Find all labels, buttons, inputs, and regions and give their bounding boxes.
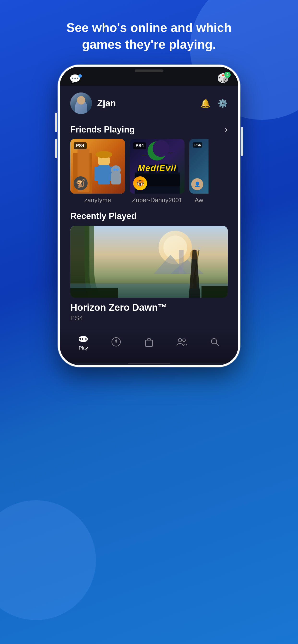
svg-point-46 [86, 338, 87, 340]
username: Zjan [97, 98, 200, 108]
ps4-badge-partial: PS4 [193, 142, 202, 148]
svg-point-11 [113, 168, 116, 171]
badge-count: 4 [224, 72, 231, 78]
svg-point-51 [178, 338, 182, 342]
play-icon [78, 334, 88, 344]
svg-point-45 [85, 339, 86, 340]
nav-item-explore[interactable] [106, 337, 126, 348]
friends-playing-arrow[interactable]: › [225, 124, 228, 135]
list-item[interactable]: PS4 🐒 zanytyme [70, 139, 125, 204]
list-item[interactable]: PS4 👤 Aw [189, 139, 209, 204]
search-icon [210, 337, 220, 348]
svg-point-43 [85, 338, 86, 339]
nav-item-search[interactable] [205, 337, 224, 348]
svg-marker-48 [115, 339, 117, 341]
hero-text: See who's online and which games they're… [41, 0, 257, 65]
status-bar: 💬 🎲 4 [60, 66, 238, 86]
list-item[interactable]: MediEvil PS4 🐯 Zuper-Danny2001 [130, 139, 185, 204]
game-info: Horizon Zero Dawn™ PS4 [70, 298, 228, 324]
ps4-badge: PS4 [74, 142, 87, 149]
recently-played-title: Recently Played [70, 211, 228, 221]
explore-icon [111, 337, 121, 348]
svg-rect-6 [94, 166, 99, 181]
avatar[interactable] [70, 92, 92, 114]
friend-name-zanytyme: zanytyme [84, 194, 111, 204]
friends-playing-section: Friends Playing › [60, 119, 238, 206]
profile-header: Zjan 🔔 ⚙️ [60, 86, 238, 119]
recently-played-section: Recently Played [60, 206, 238, 329]
svg-rect-50 [145, 340, 153, 346]
nav-item-play[interactable]: Play [74, 334, 93, 351]
nav-label-play: Play [79, 345, 88, 351]
svg-rect-33 [190, 275, 193, 288]
svg-point-40 [82, 338, 83, 340]
game-title: Horizon Zero Dawn™ [70, 302, 228, 313]
svg-point-49 [115, 341, 117, 342]
featured-game-card[interactable] [70, 226, 228, 298]
home-indicator [60, 363, 238, 365]
friends-icon [176, 337, 187, 348]
svg-rect-36 [202, 286, 228, 298]
notification-bell-icon[interactable]: 🔔 [200, 98, 210, 108]
bottom-nav: Play [60, 329, 238, 363]
notification-dot [78, 74, 82, 78]
svg-line-54 [216, 343, 219, 346]
svg-point-12 [116, 168, 118, 171]
svg-rect-42 [79, 338, 81, 338]
nav-item-friends[interactable] [172, 337, 192, 348]
svg-point-15 [153, 140, 169, 157]
svg-rect-30 [191, 259, 198, 276]
friends-playing-title: Friends Playing [70, 124, 135, 135]
friend-name-partial: Aw [195, 194, 203, 204]
svg-point-8 [95, 151, 112, 158]
nav-item-store[interactable] [139, 337, 159, 348]
friend-avatar-zuper: 🐯 [133, 176, 147, 190]
game-platform: PS4 [70, 314, 228, 322]
friend-avatar-zanytyme: 🐒 [74, 176, 88, 190]
settings-icon[interactable]: ⚙️ [218, 98, 228, 108]
friend-name-zuper: Zuper-Danny2001 [132, 194, 182, 204]
medievil-title: MediEvil [138, 164, 177, 174]
store-icon [144, 337, 154, 348]
svg-point-10 [111, 165, 121, 175]
ps4-badge-medievil: PS4 [133, 142, 146, 149]
svg-rect-27 [179, 250, 184, 274]
svg-point-44 [85, 338, 86, 340]
svg-rect-35 [70, 288, 118, 298]
svg-point-52 [183, 339, 186, 342]
svg-rect-34 [194, 275, 197, 288]
